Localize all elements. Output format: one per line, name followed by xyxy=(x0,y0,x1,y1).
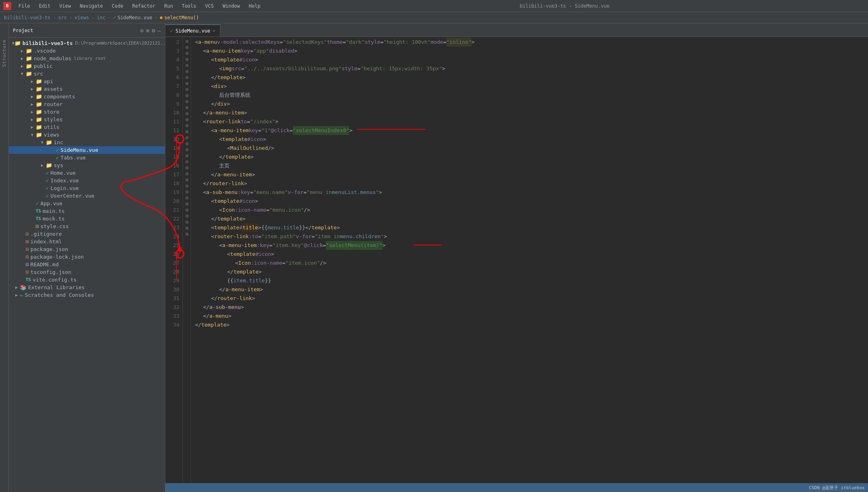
tree-label-mock: mock.ts xyxy=(43,216,65,222)
breadcrumb-func[interactable]: selectMenu() xyxy=(164,15,199,20)
menu-vcs[interactable]: VCS xyxy=(201,2,218,10)
folder-icon-styles: 📁 xyxy=(36,116,42,122)
sidebar-item-public[interactable]: ▶ 📁 public xyxy=(9,62,165,70)
sidebar-item-views[interactable]: ▼ 📁 views xyxy=(9,131,165,139)
tab-sidemenu[interactable]: ✓ SideMenu.vue ✕ xyxy=(165,24,220,37)
sidebar-icon-settings[interactable]: ⚙ xyxy=(152,27,155,34)
sidebar-item-extlibs[interactable]: ▶ 📚 External Libraries xyxy=(9,284,165,291)
sidebar-item-stylecss[interactable]: ▶ ⊡ style.css xyxy=(9,223,165,230)
tree-label-packagelockjson: package-lock.json xyxy=(30,254,84,260)
menu-run[interactable]: Run xyxy=(160,2,177,10)
sidebar-item-tabs[interactable]: ▶ ✓ Tabs.vue xyxy=(9,154,165,161)
tree-label-stylecss: style.css xyxy=(41,223,69,229)
md-icon-readme: ⊡ xyxy=(26,261,29,267)
sidebar-item-packagejson[interactable]: ▶ ⊡ package.json xyxy=(9,245,165,253)
tree-arrow-scratches: ▶ xyxy=(15,293,20,297)
sidebar-icon-close[interactable]: — xyxy=(158,27,161,34)
scratch-icon: ✏ xyxy=(20,292,23,298)
code-line-15: </template> xyxy=(195,153,862,161)
sidebar-item-readme[interactable]: ▶ ⊡ README.md xyxy=(9,261,165,268)
sidebar-item-usercenter[interactable]: ▶ ✓ UserCenter.vue xyxy=(9,192,165,200)
tree-arrow-utils: ▶ xyxy=(31,125,36,129)
code-line-9: </div> xyxy=(195,100,862,108)
menu-tools[interactable]: Tools xyxy=(178,2,200,10)
menu-window[interactable]: Window xyxy=(219,2,244,10)
sidebar-icon-collapse-all[interactable]: ≡ xyxy=(146,27,149,34)
sidebar-item-login[interactable]: ▶ ✓ Login.vue xyxy=(9,184,165,192)
breadcrumb-sep3: › xyxy=(91,15,94,20)
sidebar-item-src[interactable]: ▼ 📁 src xyxy=(9,70,165,78)
sidebar-item-store[interactable]: ▶ 📁 store xyxy=(9,108,165,116)
folder-icon-public: 📁 xyxy=(26,63,32,69)
json-icon-packagelock: ⊡ xyxy=(26,254,29,260)
sidebar-item-styles[interactable]: ▶ 📁 styles xyxy=(9,116,165,123)
menu-bar-items[interactable]: File Edit View Navigate Code Refactor Ru… xyxy=(14,2,264,10)
folder-icon-router: 📁 xyxy=(36,101,42,107)
sidebar-item-home[interactable]: ▶ ✓ Home.vue xyxy=(9,169,165,177)
sidebar-header: Project ⊙ ≡ ⚙ — xyxy=(9,23,165,38)
breadcrumb-src[interactable]: src xyxy=(58,15,67,20)
sidebar-tree[interactable]: ▼ 📁 bilibili-vue3-ts D:\ProgramWorkSpace… xyxy=(9,38,165,492)
code-editor[interactable]: <a-menu v-model:selectedKeys="selectedKe… xyxy=(191,37,862,483)
menu-edit[interactable]: Edit xyxy=(35,2,55,10)
breadcrumb-inc[interactable]: inc xyxy=(97,15,106,20)
tab-close-button[interactable]: ✕ xyxy=(213,29,215,33)
menu-file[interactable]: File xyxy=(14,2,34,10)
sidebar-icon-scope[interactable]: ⊙ xyxy=(140,27,143,34)
sidebar-item-indexhtml[interactable]: ▶ ⊡ index.html xyxy=(9,238,165,245)
menu-refactor[interactable]: Refactor xyxy=(128,2,159,10)
sidebar-item-sidemenu[interactable]: ▶ ✓ SideMenu.vue xyxy=(9,146,165,154)
code-line-7: <div > xyxy=(195,82,862,91)
breadcrumb-filename[interactable]: SideMenu.vue xyxy=(118,15,152,20)
sidebar-item-scratches[interactable]: ▶ ✏ Scratches and Consoles xyxy=(9,291,165,299)
sidebar-item-vscode[interactable]: ▶ 📁 .vscode xyxy=(9,47,165,55)
tree-label-indexhtml: index.html xyxy=(30,239,62,245)
breadcrumb-bar: bilibili-vue3-ts › src › views › inc › ✓… xyxy=(0,12,868,23)
sidebar-item-index[interactable]: ▶ ✓ Index.vue xyxy=(9,177,165,184)
sidebar-item-gitignore[interactable]: ▶ ⊡ .gitignore xyxy=(9,230,165,238)
sidebar-item-nodemodules[interactable]: ▶ 📁 node_modules library root xyxy=(9,55,165,62)
main-layout: Structure Project ⊙ ≡ ⚙ — ▼ 📁 bilibili-v… xyxy=(0,23,868,492)
tree-label-styles: styles xyxy=(44,116,63,122)
tree-label-components: components xyxy=(44,94,75,100)
sidebar-item-packagelockjson[interactable]: ▶ ⊡ package-lock.json xyxy=(9,253,165,261)
code-line-14: <MailOutlined /> xyxy=(195,144,862,153)
sidebar-item-app[interactable]: ▶ ✓ App.vue xyxy=(9,200,165,207)
code-line-5: <img src="../../assets/bilibilitoum.png"… xyxy=(195,64,862,73)
sidebar-item-components[interactable]: ▶ 📁 components xyxy=(9,93,165,100)
menu-code[interactable]: Code xyxy=(108,2,128,10)
sidebar-toolbar[interactable]: ⊙ ≡ ⚙ — xyxy=(140,27,161,34)
folder-icon-views: 📁 xyxy=(36,132,42,138)
sidebar-item-api[interactable]: ▶ 📁 api xyxy=(9,78,165,85)
vue-icon-app: ✓ xyxy=(36,200,39,206)
sidebar-item-assets[interactable]: ▶ 📁 assets xyxy=(9,85,165,93)
sidebar-item-sys[interactable]: ▶ 📁 sys xyxy=(9,161,165,169)
status-bar: CSDN @蓝匣子 itbluebox xyxy=(165,483,868,492)
breadcrumb-sep1: › xyxy=(53,15,56,20)
sidebar-item-inc[interactable]: ▼ 📁 inc xyxy=(9,139,165,146)
sidebar-item-mock[interactable]: ▶ TS mock.ts xyxy=(9,215,165,223)
tree-label-vscode: .vscode xyxy=(34,48,56,54)
menu-help[interactable]: Help xyxy=(245,2,264,10)
sidebar-item-root[interactable]: ▼ 📁 bilibili-vue3-ts D:\ProgramWorkSpace… xyxy=(9,39,165,47)
code-line-31: </router-link> xyxy=(195,294,862,303)
menu-view[interactable]: View xyxy=(55,2,75,10)
tree-arrow-components: ▶ xyxy=(31,94,36,99)
tree-arrow-views: ▼ xyxy=(31,133,36,137)
tree-arrow-router: ▶ xyxy=(31,102,36,106)
status-text: CSDN @蓝匣子 itbluebox xyxy=(809,485,865,491)
sidebar-item-viteconfig[interactable]: ▶ TS vite.config.ts xyxy=(9,276,165,284)
folder-icon-utils: 📁 xyxy=(36,124,42,130)
sidebar-item-utils[interactable]: ▶ 📁 utils xyxy=(9,123,165,131)
code-line-19: <a-sub-menu :key="menu.name" v-for="menu… xyxy=(195,188,862,197)
sidebar-item-router[interactable]: ▶ 📁 router xyxy=(9,100,165,108)
editor-scrollbar[interactable] xyxy=(862,37,868,483)
menu-navigate[interactable]: Navigate xyxy=(76,2,107,10)
tree-arrow-extlibs: ▶ xyxy=(15,285,20,290)
editor-area: ✓ SideMenu.vue ✕ 23456 7891011 121314151… xyxy=(165,23,868,492)
sidebar-item-tsconfig[interactable]: ▶ ⊡ tsconfig.json xyxy=(9,268,165,276)
breadcrumb-func-icon: ● xyxy=(160,15,163,20)
breadcrumb-project[interactable]: bilibili-vue3-ts xyxy=(4,15,51,20)
breadcrumb-views[interactable]: views xyxy=(75,15,89,20)
sidebar-item-main[interactable]: ▶ TS main.ts xyxy=(9,207,165,215)
